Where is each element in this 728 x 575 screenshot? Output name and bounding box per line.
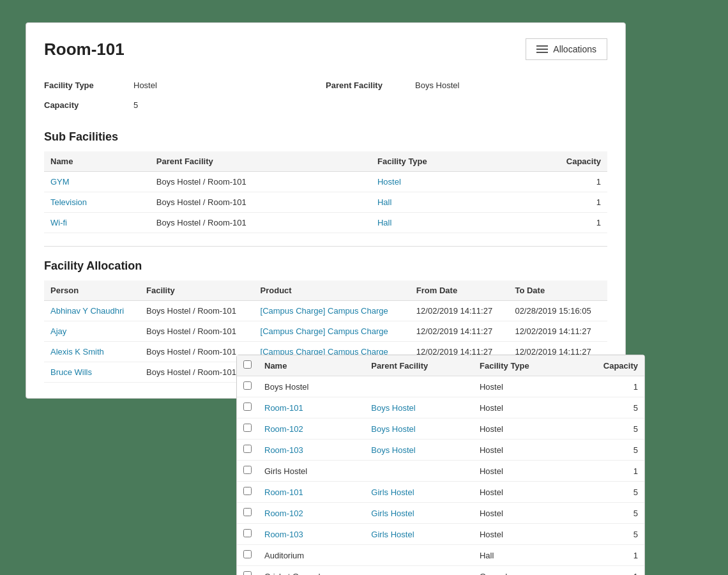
popup-parent [365, 461, 473, 482]
col-person: Person [44, 280, 140, 301]
col-product: Product [254, 280, 410, 301]
row-checkbox-cell[interactable] [237, 418, 258, 440]
card-header: Room-101 Allocations [44, 38, 607, 60]
list-item: Room-102 Girls Hostel Hostel 5 [237, 503, 644, 524]
capacity-value: 5 [133, 98, 326, 112]
list-item: Girls Hostel Hostel 1 [237, 461, 644, 482]
allocations-button[interactable]: Allocations [526, 38, 607, 60]
row-checkbox-cell[interactable] [237, 482, 258, 503]
popup-name: Girls Hostel [258, 461, 365, 482]
col-parent: Parent Facility [150, 151, 371, 172]
main-card: Room-101 Allocations Facility Type Hoste… [26, 22, 626, 399]
popup-parent[interactable]: Boys Hostel [365, 418, 473, 440]
alloc-to-date: 12/02/2019 14:11:27 [508, 321, 607, 342]
popup-name[interactable]: Room-101 [258, 397, 365, 418]
popup-type: Hostel [473, 503, 570, 524]
popup-parent [365, 566, 473, 576]
sub-name[interactable]: GYM [44, 172, 150, 192]
row-checkbox-cell[interactable] [237, 461, 258, 482]
sub-type[interactable]: Hall [371, 213, 505, 233]
col-facility: Facility [140, 280, 254, 301]
list-item: Room-103 Girls Hostel Hostel 5 [237, 524, 644, 545]
sub-parent: Boys Hostel / Room-101 [150, 192, 371, 213]
col-capacity: Capacity [505, 151, 607, 172]
popup-capacity: 5 [570, 503, 644, 524]
popup-type: Hostel [473, 461, 570, 482]
alloc-product[interactable]: [Campus Charge] Campus Charge [254, 321, 410, 342]
popup-card: Name Parent Facility Facility Type Capac… [236, 355, 645, 575]
row-checkbox-cell[interactable] [237, 440, 258, 461]
list-item: Room-101 Boys Hostel Hostel 5 [237, 397, 644, 418]
alloc-from-date: 12/02/2019 14:11:27 [410, 301, 509, 321]
alloc-person[interactable]: Bruce Wills [44, 362, 140, 383]
sub-capacity: 1 [505, 192, 607, 213]
alloc-product[interactable]: [Campus Charge] Campus Charge [254, 301, 410, 321]
facility-type-value: Hostel [133, 78, 326, 93]
row-checkbox-cell[interactable] [237, 524, 258, 545]
sub-parent: Boys Hostel / Room-101 [150, 213, 371, 233]
popup-name: Boys Hostel [258, 376, 365, 397]
row-checkbox[interactable] [243, 402, 252, 411]
popup-capacity: 1 [570, 566, 644, 576]
popup-capacity: 5 [570, 397, 644, 418]
popup-parent[interactable]: Boys Hostel [365, 397, 473, 418]
popup-table: Name Parent Facility Facility Type Capac… [237, 355, 644, 575]
popup-name[interactable]: Room-102 [258, 503, 365, 524]
facility-allocation-title: Facility Allocation [44, 259, 607, 273]
row-checkbox[interactable] [243, 550, 252, 558]
allocations-label: Allocations [553, 44, 596, 54]
row-checkbox[interactable] [243, 571, 252, 575]
popup-parent [365, 545, 473, 566]
table-row: GYM Boys Hostel / Room-101 Hostel 1 [44, 172, 607, 192]
select-all-checkbox[interactable] [243, 360, 252, 369]
list-icon [536, 45, 548, 53]
table-row: Ajay Boys Hostel / Room-101 [Campus Char… [44, 321, 607, 342]
popup-capacity: 5 [570, 482, 644, 503]
popup-name[interactable]: Room-102 [258, 418, 365, 440]
row-checkbox[interactable] [243, 466, 252, 474]
popup-parent[interactable]: Boys Hostel [365, 440, 473, 461]
popup-name: Cricket Ground [258, 566, 365, 576]
popup-capacity: 5 [570, 524, 644, 545]
sub-type[interactable]: Hall [371, 192, 505, 213]
popup-capacity: 1 [570, 461, 644, 482]
alloc-person[interactable]: Ajay [44, 321, 140, 342]
row-checkbox-cell[interactable] [237, 376, 258, 397]
popup-col-parent: Parent Facility [365, 355, 473, 376]
popup-type: Ground [473, 566, 570, 576]
popup-name[interactable]: Room-103 [258, 440, 365, 461]
popup-parent[interactable]: Girls Hostel [365, 503, 473, 524]
alloc-person[interactable]: Abhinav Y Chaudhri [44, 301, 140, 321]
row-checkbox-cell[interactable] [237, 566, 258, 576]
alloc-person[interactable]: Alexis K Smith [44, 342, 140, 362]
row-checkbox[interactable] [243, 381, 252, 390]
popup-name[interactable]: Room-103 [258, 524, 365, 545]
sub-name[interactable]: Television [44, 192, 150, 213]
row-checkbox[interactable] [243, 487, 252, 495]
popup-type: Hostel [473, 376, 570, 397]
table-row: Abhinav Y Chaudhri Boys Hostel / Room-10… [44, 301, 607, 321]
capacity-label: Capacity [44, 98, 133, 112]
popup-parent[interactable]: Girls Hostel [365, 482, 473, 503]
row-checkbox[interactable] [243, 424, 252, 432]
popup-capacity: 5 [570, 440, 644, 461]
popup-parent[interactable]: Girls Hostel [365, 524, 473, 545]
sub-name[interactable]: Wi-fi [44, 213, 150, 233]
sub-type[interactable]: Hostel [371, 172, 505, 192]
popup-name[interactable]: Room-101 [258, 482, 365, 503]
sub-parent: Boys Hostel / Room-101 [150, 172, 371, 192]
row-checkbox[interactable] [243, 508, 252, 516]
popup-header-row: Name Parent Facility Facility Type Capac… [237, 355, 644, 376]
row-checkbox[interactable] [243, 529, 252, 537]
popup-type: Hostel [473, 440, 570, 461]
row-checkbox-cell[interactable] [237, 397, 258, 418]
table-row: Wi-fi Boys Hostel / Room-101 Hall 1 [44, 213, 607, 233]
popup-type: Hostel [473, 524, 570, 545]
popup-col-type: Facility Type [473, 355, 570, 376]
row-checkbox[interactable] [243, 445, 252, 453]
row-checkbox-cell[interactable] [237, 503, 258, 524]
alloc-facility: Boys Hostel / Room-101 [140, 301, 254, 321]
list-item: Auditorium Hall 1 [237, 545, 644, 566]
parent-facility-value: Boys Hostel [415, 78, 607, 93]
row-checkbox-cell[interactable] [237, 545, 258, 566]
